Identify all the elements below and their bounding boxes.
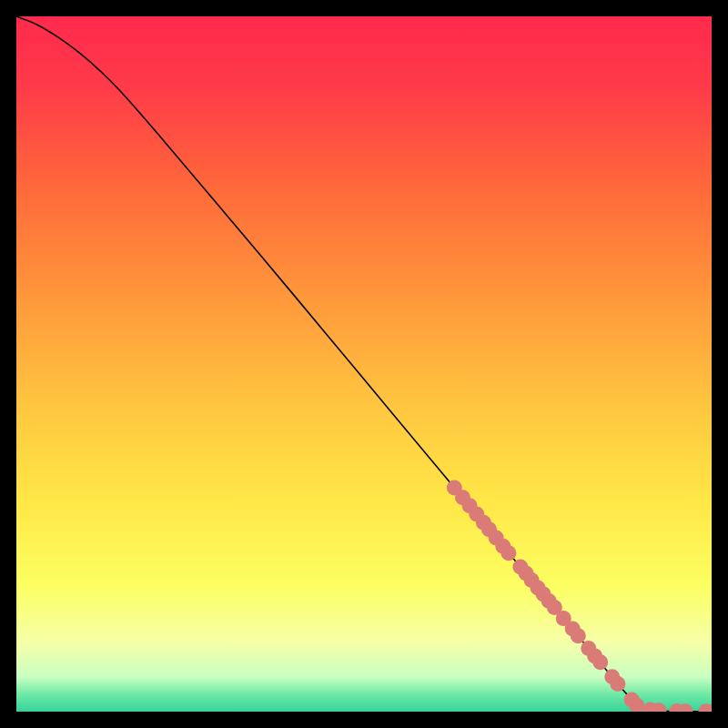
- chart-dot: [571, 628, 586, 643]
- chart-dot: [610, 676, 625, 692]
- chart-dot: [500, 545, 516, 561]
- chart-plot: [16, 16, 712, 712]
- chart-background: [16, 16, 712, 712]
- chart-frame: TheBottleneck.com: [16, 16, 712, 712]
- chart-dot: [592, 654, 608, 670]
